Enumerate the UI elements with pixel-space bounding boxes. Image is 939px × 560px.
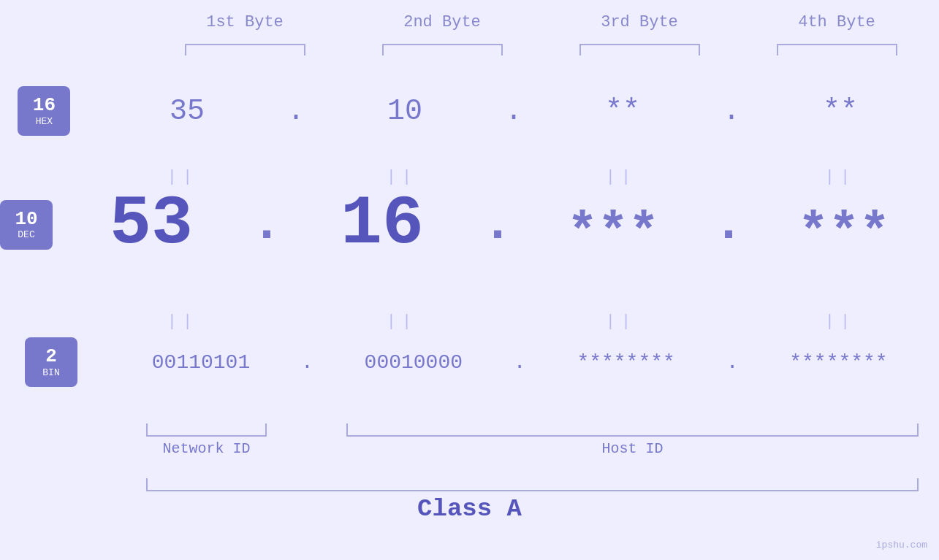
bin-b3: ******** — [577, 351, 674, 374]
dot-hex-3: . — [723, 95, 740, 128]
hex-b3: ** — [605, 95, 640, 128]
bin-b4: ******** — [789, 351, 887, 374]
dot-hex-2: . — [505, 95, 522, 128]
dec-b2: 16 — [341, 190, 424, 259]
equals-row-2: || || || || — [0, 312, 939, 331]
dot-bin-3: . — [726, 351, 739, 374]
class-bracket — [146, 478, 919, 491]
network-id-bracket — [146, 423, 267, 437]
watermark: ipshu.com — [876, 538, 927, 551]
bin-row: 2 BIN 00110101 . 00010000 . ******** . *… — [0, 337, 939, 387]
byte4-header: 4th Byte — [738, 13, 935, 31]
main-container: 1st Byte 2nd Byte 3rd Byte 4th Byte 16 H… — [0, 0, 939, 560]
bracket-byte4 — [777, 44, 897, 55]
hex-b4: ** — [823, 95, 858, 128]
hex-b1: 35 — [170, 95, 205, 128]
byte3-header: 3rd Byte — [541, 13, 738, 31]
eq2-b2: || — [387, 312, 417, 331]
eq1-b1: || — [167, 168, 198, 186]
bin-b2: 00010000 — [365, 351, 463, 374]
dec-b1: 53 — [110, 190, 193, 259]
eq1-b2: || — [387, 168, 417, 186]
dot-bin-1: . — [301, 351, 313, 374]
dot-dec-1: . — [251, 196, 282, 259]
eq2-b1: || — [167, 312, 198, 331]
byte-headers: 1st Byte 2nd Byte 3rd Byte 4th Byte — [146, 13, 939, 31]
eq1-b4: || — [825, 168, 856, 186]
byte2-header: 2nd Byte — [343, 13, 541, 31]
dot-bin-2: . — [514, 351, 526, 374]
dec-b4: *** — [798, 208, 890, 259]
equals-row-1: || || || || — [0, 168, 939, 186]
hex-b2: 10 — [387, 95, 422, 128]
eq1-b3: || — [606, 168, 636, 186]
network-id-label: Network ID — [146, 440, 267, 457]
dot-dec-3: . — [713, 196, 744, 259]
host-id-label: Host ID — [346, 440, 919, 457]
eq2-b3: || — [606, 312, 636, 331]
bin-badge: 2 BIN — [25, 337, 77, 387]
eq2-b4: || — [825, 312, 856, 331]
dec-badge: 10 DEC — [0, 200, 53, 250]
dot-hex-1: . — [287, 95, 305, 128]
dot-dec-2: . — [482, 196, 513, 259]
bin-b1: 00110101 — [152, 351, 250, 374]
dec-b3: *** — [567, 208, 659, 259]
hex-badge: 16 HEX — [18, 86, 70, 136]
host-id-bracket — [346, 423, 919, 437]
hex-row: 16 HEX 35 . 10 . ** . ** — [0, 86, 939, 136]
bracket-byte1 — [185, 44, 305, 55]
bracket-byte2 — [382, 44, 503, 55]
byte1-header: 1st Byte — [146, 13, 343, 31]
top-brackets — [146, 44, 935, 55]
dec-row: 10 DEC 53 . 16 . *** . *** — [0, 190, 939, 259]
class-label: Class A — [0, 495, 939, 523]
bracket-byte3 — [579, 44, 700, 55]
